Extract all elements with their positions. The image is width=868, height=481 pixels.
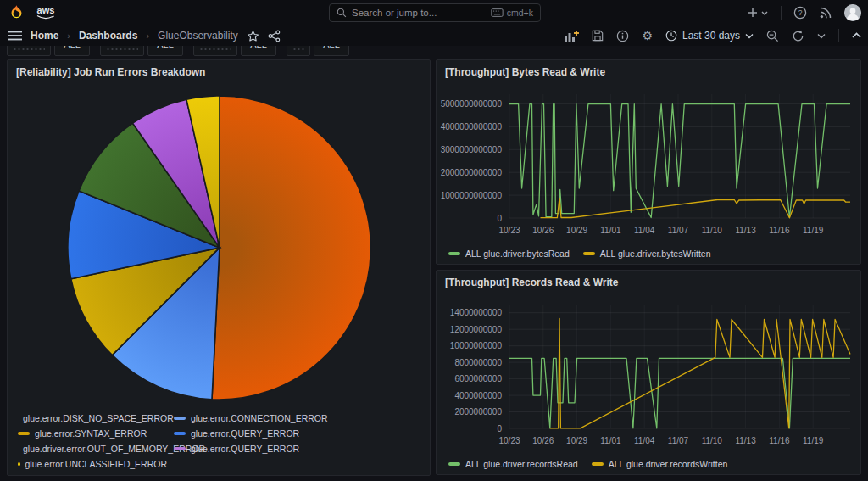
- refresh-interval-chevron-icon[interactable]: [817, 33, 826, 39]
- legend-item[interactable]: glue.error.UNCLASSIFIED_ERROR: [18, 459, 167, 469]
- refresh-icon[interactable]: [792, 30, 804, 42]
- legend-item[interactable]: glue.error.DISK_NO_SPACE_ERROR: [18, 413, 167, 423]
- panel-job-run-errors: [Reliability] Job Run Errors Breakdown g…: [7, 59, 431, 476]
- new-item-button[interactable]: [747, 7, 769, 19]
- pie-legend: glue.error.DISK_NO_SPACE_ERRORglue.error…: [18, 413, 328, 469]
- share-icon[interactable]: [268, 30, 281, 42]
- legend-swatch: [18, 462, 20, 466]
- y-axis-tick: 5000000000000: [441, 99, 503, 109]
- panel-title: [Throughput] Bytes Read & Write: [445, 66, 605, 78]
- divider: [781, 6, 782, 20]
- series-line[interactable]: [541, 198, 851, 217]
- pie-slice[interactable]: [212, 96, 370, 400]
- panel-records-read-write: [Throughput] Records Read & Write 10/231…: [436, 270, 861, 475]
- news-icon[interactable]: [819, 6, 832, 20]
- variable-dropdown[interactable]: [7, 46, 51, 56]
- panel-title: [Reliability] Job Run Errors Breakdown: [16, 66, 205, 78]
- bytes-line-chart: 10/2310/2610/2911/0111/0411/0711/1011/13…: [437, 84, 860, 245]
- pie-chart: [8, 82, 431, 410]
- time-range-picker[interactable]: Last 30 days: [665, 30, 754, 42]
- x-axis-tick: 11/10: [702, 226, 723, 235]
- divider: [838, 29, 839, 42]
- x-axis-tick: 10/29: [566, 226, 587, 235]
- variable-dropdown[interactable]: ALL: [54, 46, 90, 56]
- y-axis-tick: 4000000000000: [441, 122, 503, 131]
- dashboard-settings-icon[interactable]: ⚙: [642, 30, 653, 42]
- variable-dropdown[interactable]: ALL: [241, 46, 276, 56]
- panel-insights-icon[interactable]: [616, 30, 629, 42]
- legend-item[interactable]: ALL glue.driver.recordsRead: [448, 459, 578, 469]
- legend-item[interactable]: glue.error.CONNECTION_ERROR: [174, 413, 328, 423]
- x-axis-tick: 10/26: [532, 226, 554, 235]
- x-axis-tick: 11/01: [600, 226, 621, 235]
- template-variables-row: ALLALLALLALL: [7, 46, 854, 57]
- chart-legend: ALL glue.driver.bytesReadALL glue.driver…: [448, 249, 711, 259]
- y-axis-tick: 1000000000000: [441, 191, 503, 200]
- legend-label: ALL glue.driver.recordsWritten: [609, 459, 728, 469]
- variable-dropdown[interactable]: [100, 46, 144, 56]
- x-axis-tick: 11/10: [702, 436, 723, 445]
- save-dashboard-icon[interactable]: [592, 30, 604, 42]
- aws-smile-icon: [36, 14, 55, 20]
- legend-item[interactable]: glue.error.QUERY_ERROR: [174, 428, 328, 439]
- legend-swatch: [448, 462, 460, 466]
- x-axis-tick: 11/01: [600, 436, 621, 445]
- chevron-down-icon: [745, 33, 754, 39]
- panel-title: [Throughput] Records Read & Write: [445, 277, 618, 288]
- x-axis-tick: 11/04: [634, 436, 655, 445]
- y-axis-tick: 2000000000000: [441, 168, 503, 177]
- y-axis-tick: 8000000000: [454, 358, 502, 367]
- x-axis-tick: 10/23: [498, 436, 520, 445]
- legend-swatch: [174, 432, 186, 435]
- search-icon: [337, 8, 347, 18]
- y-axis-tick: 6000000000: [454, 374, 502, 383]
- legend-swatch: [583, 252, 595, 255]
- variable-dropdown[interactable]: [193, 46, 237, 56]
- top-navigation: aws Search or jump to... cmd+k: [0, 0, 868, 25]
- chart-legend: ALL glue.driver.recordsReadALL glue.driv…: [448, 459, 727, 469]
- y-axis-tick: 10000000000: [450, 341, 503, 350]
- keyboard-icon: [491, 8, 504, 17]
- breadcrumb-separator: ›: [146, 31, 149, 41]
- breadcrumb-home[interactable]: Home: [31, 30, 58, 42]
- user-avatar[interactable]: [844, 4, 861, 21]
- variable-dropdown[interactable]: ALL: [314, 46, 349, 56]
- variable-dropdown[interactable]: [287, 46, 310, 56]
- collapse-topbar-icon[interactable]: [852, 32, 861, 39]
- legend-label: glue.error.CONNECTION_ERROR: [191, 413, 328, 423]
- legend-label: ALL glue.driver.bytesWritten: [600, 249, 711, 259]
- legend-label: glue.error.SYNTAX_ERROR: [35, 428, 147, 439]
- aws-logo[interactable]: aws: [36, 7, 55, 20]
- legend-item[interactable]: glue.error.SYNTAX_ERROR: [18, 428, 167, 439]
- help-icon[interactable]: ?: [793, 6, 807, 20]
- legend-item[interactable]: glue.driver.error.OUT_OF_MEMORY_ERROR: [18, 444, 167, 454]
- menu-toggle-icon[interactable]: [8, 31, 22, 41]
- legend-label: glue.error.DISK_NO_SPACE_ERROR: [23, 413, 174, 423]
- zoom-out-icon[interactable]: [766, 30, 779, 42]
- breadcrumb-current: GlueObservability: [158, 30, 238, 42]
- y-axis-tick: 3000000000000: [441, 145, 503, 154]
- variable-dropdown[interactable]: ALL: [147, 46, 183, 56]
- legend-label: ALL glue.driver.recordsRead: [465, 459, 578, 469]
- legend-item[interactable]: ALL glue.driver.recordsWritten: [592, 459, 728, 469]
- legend-swatch: [174, 417, 186, 420]
- x-axis-tick: 11/16: [769, 436, 790, 445]
- x-axis-tick: 11/13: [735, 436, 756, 445]
- grafana-logo[interactable]: [8, 4, 25, 20]
- legend-item[interactable]: ALL glue.driver.bytesRead: [448, 249, 570, 259]
- legend-swatch: [592, 462, 604, 466]
- dashboard-canvas: ALLALLALLALL [Reliability] Job Run Error…: [0, 46, 868, 481]
- y-axis-tick: 12000000000: [450, 325, 503, 334]
- x-axis-tick: 11/19: [803, 436, 824, 445]
- records-line-chart: 10/2310/2610/2911/0111/0411/0711/1011/13…: [437, 294, 860, 456]
- legend-item[interactable]: ALL glue.driver.bytesWritten: [583, 249, 711, 259]
- legend-swatch: [174, 447, 186, 450]
- legend-item[interactable]: glue.error.QUERY_ERROR: [174, 444, 328, 454]
- breadcrumb-dashboards[interactable]: Dashboards: [79, 30, 137, 42]
- search-input[interactable]: Search or jump to... cmd+k: [329, 3, 541, 22]
- panel-bytes-read-write: [Throughput] Bytes Read & Write 10/2310/…: [436, 59, 861, 265]
- add-panel-icon[interactable]: [564, 30, 579, 42]
- clock-icon: [665, 30, 677, 42]
- legend-label: glue.error.UNCLASSIFIED_ERROR: [25, 459, 167, 469]
- favorite-star-icon[interactable]: [247, 30, 259, 42]
